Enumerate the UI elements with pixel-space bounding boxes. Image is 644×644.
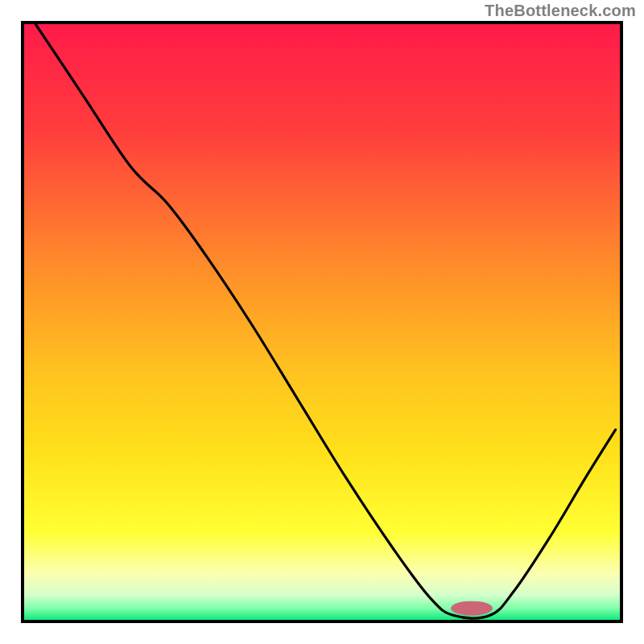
chart-frame: TheBottleneck.com [0,0,644,644]
gradient-background [23,23,621,621]
optimal-marker [451,601,493,616]
bottleneck-chart [0,0,644,644]
watermark-text: TheBottleneck.com [485,2,636,20]
